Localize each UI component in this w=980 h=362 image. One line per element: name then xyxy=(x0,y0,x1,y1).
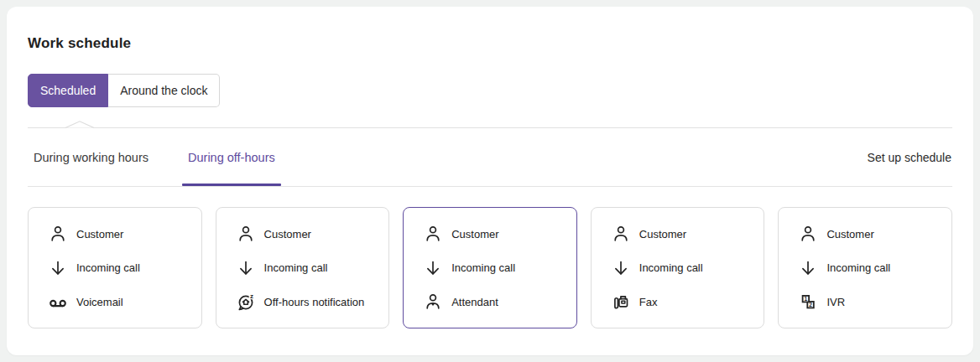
incoming-call-icon xyxy=(48,258,68,278)
card-row-label: Customer xyxy=(639,228,686,240)
card-row-label: Attendant xyxy=(451,296,498,308)
card-voicemail[interactable]: Customer Incoming call Voicemail xyxy=(28,207,202,328)
off-hours-notification-icon xyxy=(236,292,256,312)
card-row-label: Off-hours notification xyxy=(264,296,365,308)
set-up-schedule-link[interactable]: Set up schedule xyxy=(867,151,952,164)
incoming-call-icon xyxy=(611,258,631,278)
card-row: Incoming call xyxy=(611,258,756,278)
card-row-label: Incoming call xyxy=(451,261,515,274)
incoming-call-icon xyxy=(236,258,256,278)
work-schedule-panel: Work schedule Scheduled Around the clock… xyxy=(7,7,973,355)
card-row-label: Customer xyxy=(451,228,498,240)
card-row: Customer xyxy=(798,224,943,244)
fax-icon xyxy=(611,292,631,312)
attendant-icon xyxy=(423,292,443,312)
customer-icon xyxy=(611,224,631,244)
card-row-label: IVR xyxy=(826,296,845,308)
toggle-divider xyxy=(28,127,952,128)
card-row: Voicemail xyxy=(48,292,193,312)
card-row-label: Voicemail xyxy=(76,296,123,308)
tab-during-working-hours[interactable]: During working hours xyxy=(28,128,154,186)
card-fax[interactable]: Customer Incoming call Fax xyxy=(591,207,765,328)
card-row-label: Incoming call xyxy=(76,261,140,274)
card-row: Customer xyxy=(48,224,193,244)
scheduled-toggle-button[interactable]: Scheduled xyxy=(28,74,108,107)
card-row-label: Incoming call xyxy=(639,261,703,274)
hours-tabs: During working hours During off-hours Se… xyxy=(28,128,952,187)
customer-icon xyxy=(236,224,256,244)
card-row: Incoming call xyxy=(798,258,943,278)
card-row-label: Incoming call xyxy=(826,261,890,274)
customer-icon xyxy=(798,224,818,244)
card-row: Off-hours notification xyxy=(236,292,381,312)
call-flow-cards: Customer Incoming call Voicemail Custome… xyxy=(28,207,952,328)
card-row: Customer xyxy=(236,224,381,244)
customer-icon xyxy=(423,224,443,244)
customer-icon xyxy=(48,224,68,244)
card-row: Customer xyxy=(611,224,756,244)
card-row-label: Customer xyxy=(76,228,123,240)
card-row: Customer xyxy=(423,224,568,244)
card-off-hours-notification[interactable]: Customer Incoming call Off-hours notific… xyxy=(216,207,390,328)
card-row: Fax xyxy=(611,292,756,312)
incoming-call-icon xyxy=(798,258,818,278)
card-row-label: Customer xyxy=(264,228,311,240)
ivr-icon xyxy=(798,292,818,312)
caret-up-icon xyxy=(65,121,95,128)
card-row-label: Fax xyxy=(639,296,658,308)
card-ivr[interactable]: Customer Incoming call IVR xyxy=(778,207,952,328)
card-row-label: Incoming call xyxy=(264,261,328,274)
card-attendant[interactable]: Customer Incoming call Attendant xyxy=(403,207,577,328)
around-the-clock-toggle-button[interactable]: Around the clock xyxy=(108,74,220,107)
schedule-mode-toggle: Scheduled Around the clock xyxy=(28,74,220,107)
card-row: Incoming call xyxy=(236,258,381,278)
card-row-label: Customer xyxy=(826,228,873,240)
incoming-call-icon xyxy=(423,258,443,278)
page-title: Work schedule xyxy=(28,34,952,53)
card-row: Incoming call xyxy=(423,258,568,278)
card-row: Attendant xyxy=(423,292,568,312)
voicemail-icon xyxy=(48,292,68,312)
card-row: Incoming call xyxy=(48,258,193,278)
card-row: IVR xyxy=(798,292,943,312)
tab-during-off-hours[interactable]: During off-hours xyxy=(182,128,281,186)
